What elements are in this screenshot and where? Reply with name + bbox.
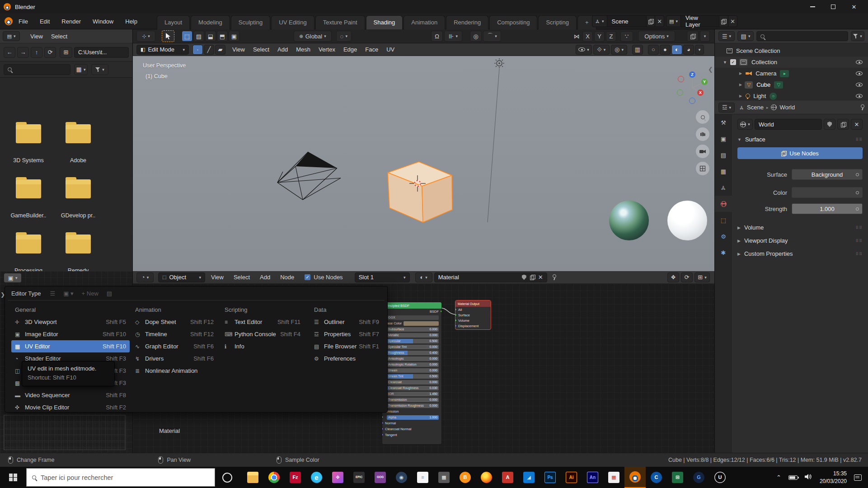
viewport-display-panel-header[interactable]: ▶ Viewport Display ⠿⠿ bbox=[737, 237, 863, 244]
visibility-dropdown[interactable]: ▾ bbox=[576, 45, 592, 55]
forward-button[interactable]: → bbox=[17, 47, 29, 58]
world-name-field[interactable]: World bbox=[755, 119, 822, 130]
taskbar-app[interactable]: Fz bbox=[285, 467, 306, 488]
view-layer-remove-button[interactable]: ✕ bbox=[728, 16, 737, 27]
node-slider-row[interactable]: Subsurface0.000 bbox=[382, 326, 441, 332]
file-browser-editor-type-button[interactable]: ▤▾ bbox=[3, 31, 20, 41]
tab-shading[interactable]: Shading bbox=[366, 15, 403, 29]
cortana-button[interactable] bbox=[215, 467, 239, 488]
snap-target-dropdown[interactable]: ⊪▾ bbox=[444, 31, 462, 42]
tab-scripting[interactable]: Scripting bbox=[538, 15, 577, 29]
view-layer-copy-button[interactable] bbox=[719, 16, 728, 27]
taskbar-app[interactable]: GOG bbox=[370, 467, 391, 488]
snap-magnet-toggle[interactable]: Ω bbox=[431, 31, 443, 42]
taskbar-app[interactable]: B bbox=[455, 467, 476, 488]
tab-render[interactable]: ▣ bbox=[715, 131, 732, 147]
viewport-menu-uv[interactable]: UV bbox=[382, 46, 399, 53]
menu-item-nonlinear-animation[interactable]: ≣Nonlinear Animation bbox=[131, 365, 217, 377]
color-swatch[interactable] bbox=[792, 187, 863, 198]
node-slider-row[interactable]: Transmission Roughness0.000 bbox=[382, 403, 441, 408]
shader-menu-view[interactable]: View bbox=[207, 274, 228, 281]
vertex-select-button[interactable]: ∙ bbox=[192, 45, 203, 55]
outliner-search-input[interactable] bbox=[756, 31, 848, 41]
viewport-menu-select[interactable]: Select bbox=[249, 46, 273, 53]
gizmo-x-neg[interactable] bbox=[678, 76, 684, 82]
pan-gizmo[interactable] bbox=[696, 127, 709, 141]
outliner-row-scene-collection[interactable]: Scene Collection bbox=[715, 45, 868, 56]
volume-icon[interactable] bbox=[805, 474, 812, 481]
unlink-button[interactable]: ✕ bbox=[851, 119, 863, 130]
taskbar-app[interactable]: A bbox=[497, 467, 518, 488]
file-browser-menu-view[interactable]: View bbox=[26, 33, 47, 40]
outliner-row-cube[interactable]: ▶ ▽ Cube ▽ bbox=[715, 79, 868, 90]
principled-bsdf-node[interactable]: Principled BSDF BSDF GGX Base Color Subs… bbox=[382, 302, 442, 445]
proportional-editing-toggle[interactable]: ◎ bbox=[470, 31, 482, 42]
select-invert-button[interactable]: ⬒ bbox=[217, 31, 228, 42]
outliner-editor-type-button[interactable]: ☰▾ bbox=[718, 31, 735, 41]
node-slider-row[interactable]: Clearcoat0.000 bbox=[382, 379, 441, 385]
shader-type-dropdown[interactable]: ⬚Object▾ bbox=[158, 272, 205, 282]
orientation-dropdown[interactable]: ⊕Global▾ bbox=[294, 31, 332, 42]
material-output-node[interactable]: Material Output All Surface Volume Displ… bbox=[455, 300, 491, 330]
pivot-dropdown[interactable]: ◌▾ bbox=[336, 31, 352, 42]
taskbar-app[interactable]: U bbox=[709, 467, 731, 488]
hide-eye-icon[interactable] bbox=[856, 71, 863, 75]
tab-tool[interactable]: ⚒ bbox=[715, 114, 732, 131]
file-search-input[interactable] bbox=[4, 64, 70, 75]
menu-item-text-editor[interactable]: ≡Text EditorShift F11 bbox=[221, 316, 304, 328]
perspective-toggle-gizmo[interactable] bbox=[696, 162, 709, 175]
menu-item-preferences[interactable]: ⚙Preferences bbox=[310, 352, 383, 365]
fake-user-button[interactable] bbox=[824, 119, 835, 130]
taskbar-app[interactable]: e bbox=[306, 467, 327, 488]
tab-uv-editing[interactable]: UV Editing bbox=[271, 15, 314, 29]
mirror-x-button[interactable]: X bbox=[582, 31, 593, 42]
falloff-dropdown[interactable]: ⌒▾ bbox=[483, 31, 501, 42]
region-expand-arrow[interactable]: ❯ bbox=[0, 291, 5, 298]
folder-item[interactable]: 3D Systems bbox=[4, 124, 53, 164]
outliner-row-camera[interactable]: ▶ Camera ▸ bbox=[715, 68, 868, 79]
outliner-display-mode-button[interactable]: ▤▾ bbox=[737, 31, 754, 41]
tab-compositing[interactable]: Compositing bbox=[489, 15, 537, 29]
node-slider-row[interactable]: IOR1.450 bbox=[382, 391, 441, 397]
slot-dropdown[interactable]: Slot 1▾ bbox=[355, 272, 410, 282]
breadcrumb-world[interactable]: World bbox=[779, 104, 795, 111]
menu-item-movie-clip-editor[interactable]: ✜Movie Clip EditorShift F2 bbox=[11, 401, 130, 413]
mesh-data-badge[interactable]: ▽ bbox=[774, 81, 783, 89]
strength-slider[interactable]: 1.000 bbox=[792, 203, 863, 214]
gizmo-y-neg[interactable] bbox=[677, 89, 683, 96]
surface-panel-header[interactable]: ▼ Surface ⠿⠿ bbox=[737, 136, 863, 143]
taskbar-app[interactable]: G bbox=[688, 467, 709, 488]
hidden-icons-chevron[interactable]: ⌃ bbox=[776, 474, 781, 481]
shader-menu-node[interactable]: Node bbox=[276, 274, 298, 281]
taskbar-app[interactable] bbox=[263, 467, 285, 488]
menu-edit[interactable]: Edit bbox=[34, 18, 56, 25]
battery-icon[interactable] bbox=[788, 475, 798, 480]
minimize-button[interactable] bbox=[802, 0, 823, 14]
pin-icon[interactable] bbox=[860, 104, 864, 110]
up-button[interactable]: ↑ bbox=[31, 47, 42, 58]
node-slider-row[interactable]: Specular Tint0.000 bbox=[382, 344, 441, 350]
view-layer-icon[interactable]: ▤▾ bbox=[666, 16, 681, 27]
taskbar-app[interactable]: Ps bbox=[540, 467, 561, 488]
tab-view-layer[interactable]: ▦ bbox=[715, 163, 732, 179]
gizmo-dropdown[interactable]: ⟐▾ bbox=[593, 45, 610, 55]
menu-render[interactable]: Render bbox=[56, 18, 87, 25]
scene-icon[interactable]: 🜛▾ bbox=[592, 16, 607, 27]
rendered-shading-button[interactable]: ◕ bbox=[683, 45, 694, 55]
mode-dropdown[interactable]: ◧Edit Mode▾ bbox=[136, 45, 189, 55]
taskbar-app[interactable]: ❖ bbox=[327, 467, 348, 488]
shader-editor-type-button[interactable]: ◔▾ bbox=[136, 272, 154, 282]
start-button[interactable] bbox=[0, 467, 26, 488]
menu-item-file-browser[interactable]: ▤File BrowserShift F1 bbox=[310, 340, 383, 352]
taskbar-app[interactable] bbox=[476, 467, 497, 488]
breadcrumb-scene[interactable]: Scene bbox=[747, 104, 764, 111]
node-slider-row[interactable]: Anisotropic0.000 bbox=[382, 356, 441, 361]
snap-node-button[interactable]: ❖ bbox=[667, 272, 679, 282]
viewport-menu-mesh[interactable]: Mesh bbox=[292, 46, 314, 53]
light-object[interactable] bbox=[485, 56, 512, 228]
gizmo-z-axis[interactable]: Z bbox=[689, 71, 695, 78]
app-menu-icon[interactable] bbox=[5, 17, 13, 25]
edge-select-button[interactable]: ╱ bbox=[204, 45, 214, 55]
volume-panel-header[interactable]: ▶ Volume ⠿⠿ bbox=[737, 224, 863, 231]
select-box-button[interactable]: ⬚ bbox=[182, 31, 192, 42]
